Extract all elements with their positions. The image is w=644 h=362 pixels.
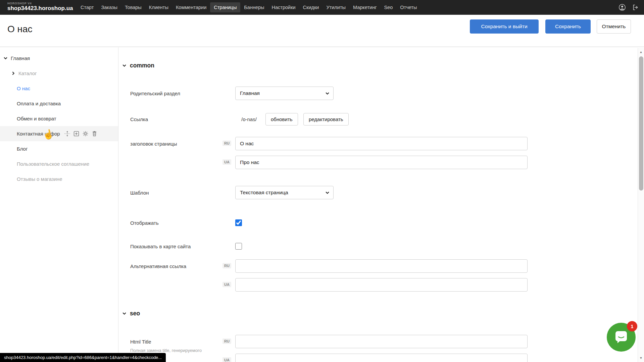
nav-item-10[interactable]: Утилиты bbox=[323, 2, 349, 12]
sidebar-item-label: Оплата и доставка bbox=[17, 101, 61, 106]
sidebar-item-4[interactable]: Оплата и доставка bbox=[0, 96, 118, 111]
page-title-ua-input[interactable] bbox=[235, 156, 528, 169]
sidebar-item-6[interactable]: Контактная инфор☝ bbox=[0, 126, 118, 141]
save-button[interactable]: Сохранить bbox=[545, 19, 591, 34]
status-url: shop34423.horoshop.ua/edit/edit.php?id=6… bbox=[0, 353, 166, 362]
brand-product-label: HOROSHOP V4 bbox=[7, 2, 73, 5]
sidebar-item-label: Главная bbox=[11, 55, 30, 61]
template-value: Текстовая страница bbox=[240, 190, 288, 196]
html-title-ua-input[interactable] bbox=[235, 354, 528, 362]
scrollbar-thumb[interactable] bbox=[639, 56, 643, 191]
lang-tag-ua: UA bbox=[222, 159, 231, 165]
page-title-ru-input[interactable] bbox=[235, 137, 528, 150]
page-title-ua-row: UA bbox=[119, 156, 638, 169]
save-and-exit-button[interactable]: Сохранить и выйти bbox=[470, 19, 539, 34]
chevron-down-icon bbox=[122, 63, 127, 68]
brand-logo[interactable]: HOROSHOP V4 shop34423.horoshop.ua bbox=[7, 2, 73, 12]
nav-menu: СтартЗаказыТоварыКлиентыКомментарииСтран… bbox=[77, 0, 420, 15]
logout-icon[interactable] bbox=[632, 4, 639, 11]
sidebar-item-8[interactable]: Пользовательское соглашение bbox=[0, 156, 118, 171]
lang-tag-ru: RU bbox=[222, 339, 231, 344]
nav-item-12[interactable]: Seo bbox=[381, 2, 397, 12]
section-common[interactable]: common bbox=[122, 62, 154, 69]
sidebar-item-label: Пользовательское соглашение bbox=[17, 161, 89, 167]
parent-section-select[interactable]: Главная bbox=[235, 87, 334, 100]
nav-item-2[interactable]: Заказы bbox=[97, 2, 121, 12]
sidebar-item-3[interactable]: О нас bbox=[0, 81, 118, 96]
delete-icon[interactable] bbox=[91, 131, 98, 137]
sidebar-item-label: Контактная инфор bbox=[17, 131, 60, 137]
pages-tree-sidebar: ГлавнаяКаталогО насОплата и доставкаОбме… bbox=[0, 47, 118, 362]
page-title: О нас bbox=[7, 24, 33, 35]
html-title-ru-input[interactable] bbox=[235, 335, 528, 348]
link-edit-button[interactable]: редактировать bbox=[303, 113, 349, 125]
template-label: Шаблон bbox=[130, 186, 149, 199]
cancel-button[interactable]: Отменить bbox=[597, 19, 631, 34]
parent-section-row: Родительский раздел Главная bbox=[119, 87, 638, 100]
sitemap-label: Показывать в карте сайта bbox=[130, 240, 191, 253]
page-title-label: заголовок страницы bbox=[130, 137, 177, 150]
move-icon[interactable] bbox=[64, 131, 70, 137]
top-nav: HOROSHOP V4 shop34423.horoshop.ua СтартЗ… bbox=[0, 0, 644, 15]
sidebar-item-1[interactable]: Главная bbox=[0, 51, 118, 66]
section-seo-title: seo bbox=[130, 310, 140, 317]
html-title-ru-row: Html Title RU bbox=[119, 335, 638, 348]
chevron-right-icon bbox=[11, 71, 15, 75]
link-label: Ссылка bbox=[130, 112, 148, 126]
nav-item-8[interactable]: Настройки bbox=[268, 2, 299, 12]
nav-item-6[interactable]: Страницы bbox=[210, 2, 240, 12]
scroll-down-arrow[interactable]: ▼ bbox=[638, 356, 644, 360]
sidebar-item-label: Каталог bbox=[18, 70, 37, 76]
chevron-down-icon bbox=[325, 191, 330, 195]
chat-bubble-icon bbox=[614, 330, 628, 344]
nav-item-13[interactable]: Отчеты bbox=[396, 2, 420, 12]
parent-section-value: Главная bbox=[240, 90, 260, 96]
sidebar-item-7[interactable]: Блог bbox=[0, 141, 118, 156]
alt-link-ru-row: Альтернативная ссылка RU bbox=[119, 259, 638, 273]
page-title-ru-row: заголовок страницы RU bbox=[119, 137, 638, 150]
link-row: Ссылка /o-nas/ обновить редактировать bbox=[119, 112, 638, 126]
alt-link-ru-input[interactable] bbox=[235, 259, 528, 273]
display-label: Отображать bbox=[130, 216, 159, 229]
chevron-down-icon bbox=[3, 56, 8, 60]
sidebar-item-label: Обмен и возврат bbox=[17, 116, 56, 121]
nav-item-5[interactable]: Комментарии bbox=[172, 2, 210, 12]
scroll-up-arrow[interactable]: ▲ bbox=[638, 50, 644, 54]
page-header: О нас Сохранить и выйти Сохранить Отмени… bbox=[0, 15, 644, 47]
nav-right-icons bbox=[618, 0, 639, 15]
brand-shop-domain: shop34423.horoshop.ua bbox=[7, 5, 73, 12]
sidebar-item-9[interactable]: Отзывы о магазине bbox=[0, 171, 118, 187]
account-icon[interactable] bbox=[618, 4, 626, 11]
chevron-down-icon bbox=[325, 91, 330, 96]
chat-button[interactable]: 1 bbox=[607, 323, 636, 352]
chat-unread-badge: 1 bbox=[627, 321, 637, 331]
template-select[interactable]: Текстовая страница bbox=[235, 186, 334, 199]
sidebar-item-5[interactable]: Обмен и возврат bbox=[0, 111, 118, 126]
vertical-scrollbar[interactable]: ▲ ▼ bbox=[638, 48, 644, 362]
link-path-value: /o-nas/ bbox=[241, 112, 257, 126]
display-checkbox[interactable] bbox=[235, 219, 242, 226]
template-row: Шаблон Текстовая страница bbox=[119, 186, 638, 199]
settings-icon[interactable] bbox=[82, 131, 89, 137]
nav-item-1[interactable]: Старт bbox=[77, 2, 97, 12]
html-title-ua-row: UA bbox=[119, 354, 638, 362]
lang-tag-ua: UA bbox=[222, 282, 231, 287]
section-seo[interactable]: seo bbox=[122, 310, 140, 317]
add-icon[interactable] bbox=[73, 131, 80, 137]
link-refresh-button[interactable]: обновить bbox=[265, 113, 298, 125]
alt-link-ua-row: UA bbox=[119, 278, 638, 292]
nav-item-4[interactable]: Клиенты bbox=[145, 2, 172, 12]
sitemap-row: Показывать в карте сайта bbox=[119, 240, 638, 253]
chevron-down-icon bbox=[122, 311, 127, 316]
sitemap-checkbox[interactable] bbox=[235, 243, 242, 250]
nav-item-9[interactable]: Скидки bbox=[299, 2, 323, 12]
sidebar-item-2[interactable]: Каталог bbox=[0, 66, 118, 81]
sidebar-item-label: Отзывы о магазине bbox=[17, 176, 62, 182]
alt-link-ua-input[interactable] bbox=[235, 278, 528, 292]
section-common-title: common bbox=[130, 62, 154, 69]
nav-item-7[interactable]: Баннеры bbox=[240, 2, 268, 12]
lang-tag-ru: RU bbox=[222, 263, 231, 268]
nav-item-11[interactable]: Маркетинг bbox=[349, 2, 381, 12]
nav-item-3[interactable]: Товары bbox=[121, 2, 145, 12]
parent-section-label: Родительский раздел bbox=[130, 87, 180, 100]
